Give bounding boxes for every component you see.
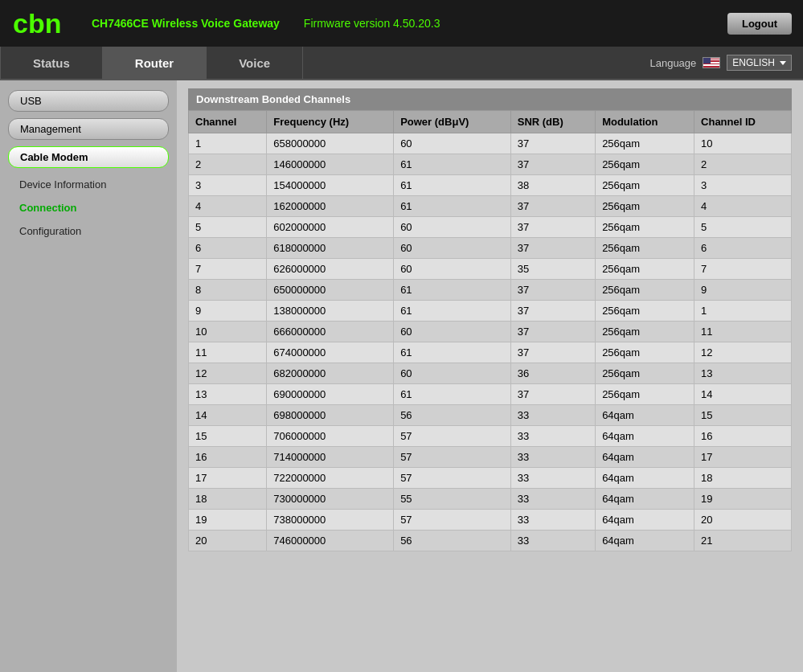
sidebar-btn-cable-modem[interactable]: Cable Modem (8, 146, 169, 168)
sidebar-link-device-info[interactable]: Device Information (8, 174, 169, 195)
cell-11-0: 12 (189, 363, 267, 384)
col-header-channel: Channel (189, 111, 267, 133)
nav-tabs: Status Router Voice Language ENGLISH (0, 47, 803, 80)
cell-13-2: 56 (394, 405, 511, 426)
cell-12-0: 13 (189, 384, 267, 405)
cell-19-1: 746000000 (267, 531, 394, 551)
cell-8-2: 61 (394, 301, 511, 322)
cell-18-3: 33 (510, 510, 595, 531)
cell-19-4: 64qam (596, 531, 694, 551)
cell-5-3: 37 (510, 238, 595, 259)
tab-status[interactable]: Status (0, 47, 103, 79)
table-row: 15706000000573364qam16 (189, 426, 792, 447)
logout-button[interactable]: Logout (727, 13, 792, 35)
cell-12-2: 61 (394, 384, 511, 405)
tab-voice[interactable]: Voice (207, 47, 303, 79)
cell-17-1: 730000000 (267, 489, 394, 510)
logo: cbn (11, 7, 76, 39)
cell-13-5: 15 (694, 405, 792, 426)
cell-19-0: 20 (189, 531, 267, 551)
cell-0-0: 1 (189, 133, 267, 154)
header: cbn CH7466CE Wireless Voice Gateway Firm… (0, 0, 803, 47)
cell-2-4: 256qam (596, 175, 694, 196)
cell-11-3: 36 (510, 363, 595, 384)
table-row: 106660000006037256qam11 (189, 322, 792, 342)
cell-4-3: 37 (510, 217, 595, 238)
cell-16-0: 17 (189, 468, 267, 489)
table-row: 20746000000563364qam21 (189, 531, 792, 551)
language-label: Language (649, 57, 696, 69)
table-row: 136900000006137256qam14 (189, 384, 792, 405)
cell-16-1: 722000000 (267, 468, 394, 489)
language-dropdown[interactable]: ENGLISH (727, 55, 792, 71)
cell-15-0: 16 (189, 447, 267, 468)
col-header-power: Power (dBμV) (394, 111, 511, 133)
cell-9-4: 256qam (596, 322, 694, 342)
cell-0-3: 37 (510, 133, 595, 154)
content: USB Management Cable Modem Device Inform… (0, 80, 803, 672)
cell-9-2: 60 (394, 322, 511, 342)
cell-12-3: 37 (510, 384, 595, 405)
cell-15-5: 17 (694, 447, 792, 468)
col-header-modulation: Modulation (596, 111, 694, 133)
cell-9-5: 11 (694, 322, 792, 342)
cell-15-1: 714000000 (267, 447, 394, 468)
device-name: CH7466CE Wireless Voice Gateway (92, 17, 280, 30)
sidebar: USB Management Cable Modem Device Inform… (0, 80, 177, 672)
cell-11-1: 682000000 (267, 363, 394, 384)
cell-1-5: 2 (694, 154, 792, 175)
svg-text:cbn: cbn (13, 8, 61, 39)
col-header-snr: SNR (dB) (510, 111, 595, 133)
col-header-frequency: Frequency (Hz) (267, 111, 394, 133)
table-header-row: Channel Frequency (Hz) Power (dBμV) SNR … (189, 111, 792, 133)
table-row: 56020000006037256qam5 (189, 217, 792, 238)
sidebar-link-configuration[interactable]: Configuration (8, 221, 169, 241)
flag-icon (703, 57, 720, 68)
cell-9-3: 37 (510, 322, 595, 342)
cell-10-2: 61 (394, 342, 511, 363)
cell-13-3: 33 (510, 405, 595, 426)
cell-7-2: 61 (394, 280, 511, 301)
device-info: CH7466CE Wireless Voice Gateway Firmware… (92, 17, 727, 30)
col-header-channel-id: Channel ID (694, 111, 792, 133)
sidebar-btn-usb[interactable]: USB (8, 90, 169, 112)
cell-14-0: 15 (189, 426, 267, 447)
cell-5-1: 618000000 (267, 238, 394, 259)
cell-2-5: 3 (694, 175, 792, 196)
cell-10-0: 11 (189, 342, 267, 363)
cell-6-0: 7 (189, 259, 267, 280)
cell-11-5: 13 (694, 363, 792, 384)
sidebar-btn-management[interactable]: Management (8, 118, 169, 140)
cell-2-1: 154000000 (267, 175, 394, 196)
cell-7-4: 256qam (596, 280, 694, 301)
cell-12-1: 690000000 (267, 384, 394, 405)
cell-10-1: 674000000 (267, 342, 394, 363)
cell-6-3: 35 (510, 259, 595, 280)
cell-7-5: 9 (694, 280, 792, 301)
cell-5-2: 60 (394, 238, 511, 259)
cell-18-5: 20 (694, 510, 792, 531)
cell-4-5: 5 (694, 217, 792, 238)
cell-0-4: 256qam (596, 133, 694, 154)
table-row: 76260000006035256qam7 (189, 259, 792, 280)
cell-13-4: 64qam (596, 405, 694, 426)
sidebar-link-connection[interactable]: Connection (8, 198, 169, 218)
cell-1-0: 2 (189, 154, 267, 175)
cell-11-2: 60 (394, 363, 511, 384)
cell-15-3: 33 (510, 447, 595, 468)
cell-14-4: 64qam (596, 426, 694, 447)
section-title: Downstream Bonded Channels (188, 88, 792, 110)
cell-17-3: 33 (510, 489, 595, 510)
cell-2-2: 61 (394, 175, 511, 196)
table-row: 21460000006137256qam2 (189, 154, 792, 175)
cell-10-4: 256qam (596, 342, 694, 363)
cell-8-5: 1 (694, 301, 792, 322)
cell-18-4: 64qam (596, 510, 694, 531)
cell-17-2: 55 (394, 489, 511, 510)
cell-4-0: 5 (189, 217, 267, 238)
tab-router[interactable]: Router (103, 47, 207, 79)
table-row: 86500000006137256qam9 (189, 280, 792, 301)
cell-17-0: 18 (189, 489, 267, 510)
table-row: 91380000006137256qam1 (189, 301, 792, 322)
cell-4-2: 60 (394, 217, 511, 238)
